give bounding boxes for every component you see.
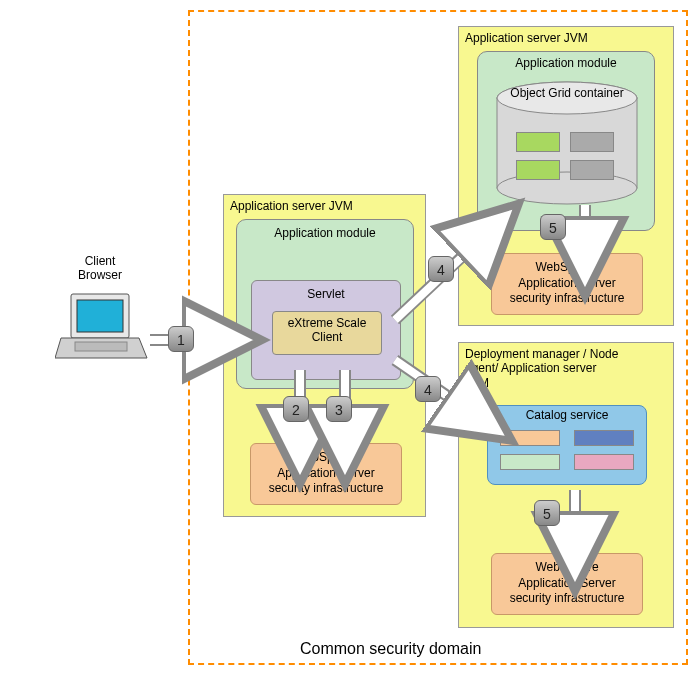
connectors: [0, 0, 700, 676]
step-1: 1: [168, 326, 194, 352]
step-4b: 4: [415, 376, 441, 402]
step-2: 2: [283, 396, 309, 422]
step-3: 3: [326, 396, 352, 422]
step-5a: 5: [540, 214, 566, 240]
step-4a: 4: [428, 256, 454, 282]
step-5b: 5: [534, 500, 560, 526]
